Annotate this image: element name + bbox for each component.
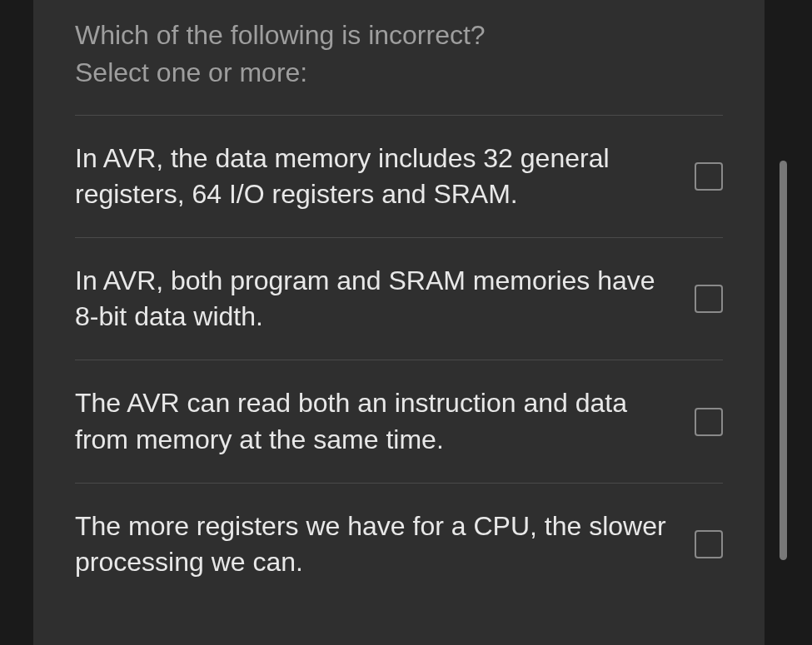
scrollbar-thumb[interactable] <box>780 161 787 560</box>
option-label: In AVR, both program and SRAM memories h… <box>75 263 695 335</box>
question-instruction: Select one or more: <box>75 54 723 92</box>
option-row[interactable]: In AVR, the data memory includes 32 gene… <box>75 116 723 238</box>
options-list: In AVR, the data memory includes 32 gene… <box>75 116 723 589</box>
option-checkbox[interactable] <box>695 408 723 436</box>
option-checkbox[interactable] <box>695 285 723 313</box>
option-row[interactable]: In AVR, both program and SRAM memories h… <box>75 238 723 360</box>
question-panel: Which of the following is incorrect? Sel… <box>33 0 765 645</box>
option-row[interactable]: The more registers we have for a CPU, th… <box>75 484 723 588</box>
option-label: The AVR can read both an instruction and… <box>75 385 695 457</box>
option-checkbox[interactable] <box>695 530 723 558</box>
scrollbar-track[interactable] <box>780 0 787 645</box>
option-checkbox[interactable] <box>695 162 723 191</box>
option-label: The more registers we have for a CPU, th… <box>75 509 695 580</box>
option-label: In AVR, the data memory includes 32 gene… <box>75 141 695 212</box>
question-header: Which of the following is incorrect? Sel… <box>75 17 723 116</box>
quiz-container: Which of the following is incorrect? Sel… <box>0 0 812 645</box>
question-prompt: Which of the following is incorrect? <box>75 17 723 54</box>
option-row[interactable]: The AVR can read both an instruction and… <box>75 360 723 483</box>
